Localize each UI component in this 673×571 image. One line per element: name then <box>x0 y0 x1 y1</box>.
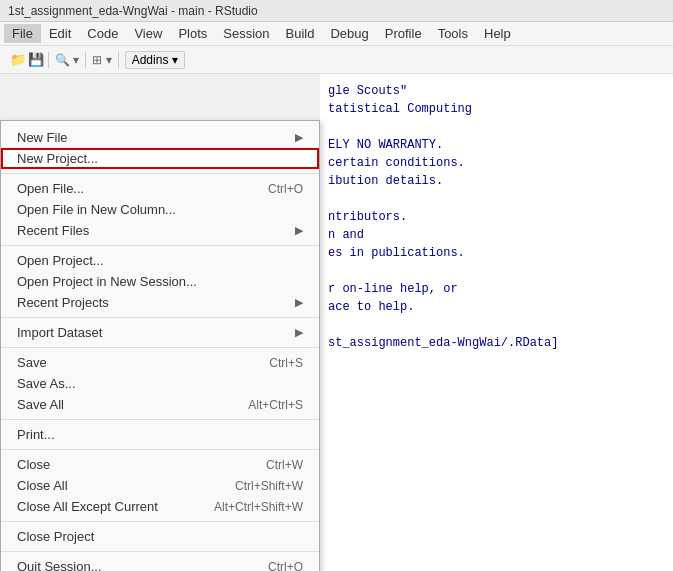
dropdown-item-new-project---[interactable]: New Project... <box>1 148 319 169</box>
item-label: Print... <box>17 427 303 442</box>
item-label: New Project... <box>17 151 303 166</box>
editor-line: r on-line help, or <box>328 280 665 298</box>
dropdown-item-quit-session---[interactable]: Quit Session...Ctrl+Q <box>1 556 319 571</box>
dropdown-item-import-dataset[interactable]: Import Dataset▶ <box>1 322 319 343</box>
item-shortcut: Ctrl+O <box>268 182 303 196</box>
menu-item-profile[interactable]: Profile <box>377 24 430 43</box>
item-label: Open Project... <box>17 253 303 268</box>
editor-line: n and <box>328 226 665 244</box>
dropdown-item-save[interactable]: SaveCtrl+S <box>1 352 319 373</box>
editor-line: ibution details. <box>328 172 665 190</box>
editor-area: gle Scouts"tatistical Computing ELY NO W… <box>320 74 673 571</box>
editor-line: st_assignment_eda-WngWai/.RData] <box>328 334 665 352</box>
item-label: Quit Session... <box>17 559 248 571</box>
menu-item-edit[interactable]: Edit <box>41 24 79 43</box>
editor-line: ace to help. <box>328 298 665 316</box>
dropdown-item-new-file[interactable]: New File▶ <box>1 127 319 148</box>
editor-line <box>328 118 665 136</box>
editor-line: tatistical Computing <box>328 100 665 118</box>
menu-item-tools[interactable]: Tools <box>430 24 476 43</box>
item-label: Save All <box>17 397 228 412</box>
editor-line <box>328 190 665 208</box>
title-bar: 1st_assignment_eda-WngWai - main - RStud… <box>0 0 673 22</box>
editor-line: es in publications. <box>328 244 665 262</box>
menu-section-0: New File▶New Project... <box>1 125 319 171</box>
item-shortcut: Ctrl+S <box>269 356 303 370</box>
item-shortcut: Alt+Ctrl+S <box>248 398 303 412</box>
menu-item-code[interactable]: Code <box>79 24 126 43</box>
item-label: Close <box>17 457 246 472</box>
item-label: New File <box>17 130 285 145</box>
item-shortcut: Ctrl+W <box>266 458 303 472</box>
dropdown-item-print---[interactable]: Print... <box>1 424 319 445</box>
dropdown-item-recent-files[interactable]: Recent Files▶ <box>1 220 319 241</box>
menu-section-3: Import Dataset▶ <box>1 317 319 345</box>
dropdown-item-close[interactable]: CloseCtrl+W <box>1 454 319 475</box>
editor-line: certain conditions. <box>328 154 665 172</box>
item-label: Close Project <box>17 529 303 544</box>
menu-item-session[interactable]: Session <box>215 24 277 43</box>
dropdown-item-save-as---[interactable]: Save As... <box>1 373 319 394</box>
editor-line <box>328 316 665 334</box>
menu-section-1: Open File...Ctrl+OOpen File in New Colum… <box>1 173 319 243</box>
item-label: Open Project in New Session... <box>17 274 303 289</box>
item-label: Close All Except Current <box>17 499 194 514</box>
editor-line: gle Scouts" <box>328 82 665 100</box>
item-label: Save As... <box>17 376 303 391</box>
item-label: Save <box>17 355 249 370</box>
menu-item-help[interactable]: Help <box>476 24 519 43</box>
menu-item-file[interactable]: File <box>4 24 41 43</box>
editor-line <box>328 262 665 280</box>
dropdown-item-close-project[interactable]: Close Project <box>1 526 319 547</box>
menu-item-debug[interactable]: Debug <box>322 24 376 43</box>
item-label: Open File in New Column... <box>17 202 303 217</box>
dropdown-item-open-file---[interactable]: Open File...Ctrl+O <box>1 178 319 199</box>
dropdown-item-close-all-except-current[interactable]: Close All Except CurrentAlt+Ctrl+Shift+W <box>1 496 319 517</box>
dropdown-item-recent-projects[interactable]: Recent Projects▶ <box>1 292 319 313</box>
dropdown-menu: New File▶New Project...Open File...Ctrl+… <box>0 120 320 571</box>
menu-section-5: Print... <box>1 419 319 447</box>
dropdown-item-close-all[interactable]: Close AllCtrl+Shift+W <box>1 475 319 496</box>
item-label: Open File... <box>17 181 248 196</box>
submenu-arrow-icon: ▶ <box>295 326 303 339</box>
submenu-arrow-icon: ▶ <box>295 131 303 144</box>
addins-button[interactable]: Addins ▾ <box>125 51 185 69</box>
item-label: Close All <box>17 478 215 493</box>
submenu-arrow-icon: ▶ <box>295 296 303 309</box>
menu-section-6: CloseCtrl+WClose AllCtrl+Shift+WClose Al… <box>1 449 319 519</box>
item-label: Import Dataset <box>17 325 285 340</box>
menu-bar: FileEditCodeViewPlotsSessionBuildDebugPr… <box>0 22 673 46</box>
menu-item-view[interactable]: View <box>126 24 170 43</box>
item-label: Recent Projects <box>17 295 285 310</box>
dropdown-item-open-file-in-new-column---[interactable]: Open File in New Column... <box>1 199 319 220</box>
menu-section-4: SaveCtrl+SSave As...Save AllAlt+Ctrl+S <box>1 347 319 417</box>
menu-item-plots[interactable]: Plots <box>170 24 215 43</box>
file-menu-dropdown: New File▶New Project...Open File...Ctrl+… <box>0 120 320 571</box>
item-shortcut: Alt+Ctrl+Shift+W <box>214 500 303 514</box>
menu-section-7: Close Project <box>1 521 319 549</box>
dropdown-item-save-all[interactable]: Save AllAlt+Ctrl+S <box>1 394 319 415</box>
menu-section-2: Open Project...Open Project in New Sessi… <box>1 245 319 315</box>
editor-line: ntributors. <box>328 208 665 226</box>
dropdown-item-open-project-in-new-session---[interactable]: Open Project in New Session... <box>1 271 319 292</box>
toolbar: 📁 💾 🔍 ▾ ⊞ ▾ Addins ▾ <box>0 46 673 74</box>
item-label: Recent Files <box>17 223 285 238</box>
item-shortcut: Ctrl+Q <box>268 560 303 572</box>
title-text: 1st_assignment_eda-WngWai - main - RStud… <box>8 4 258 18</box>
dropdown-item-open-project---[interactable]: Open Project... <box>1 250 319 271</box>
menu-section-8: Quit Session...Ctrl+Q <box>1 551 319 571</box>
editor-line: ELY NO WARRANTY. <box>328 136 665 154</box>
main-area: gle Scouts"tatistical Computing ELY NO W… <box>0 74 673 571</box>
item-shortcut: Ctrl+Shift+W <box>235 479 303 493</box>
menu-item-build[interactable]: Build <box>278 24 323 43</box>
submenu-arrow-icon: ▶ <box>295 224 303 237</box>
